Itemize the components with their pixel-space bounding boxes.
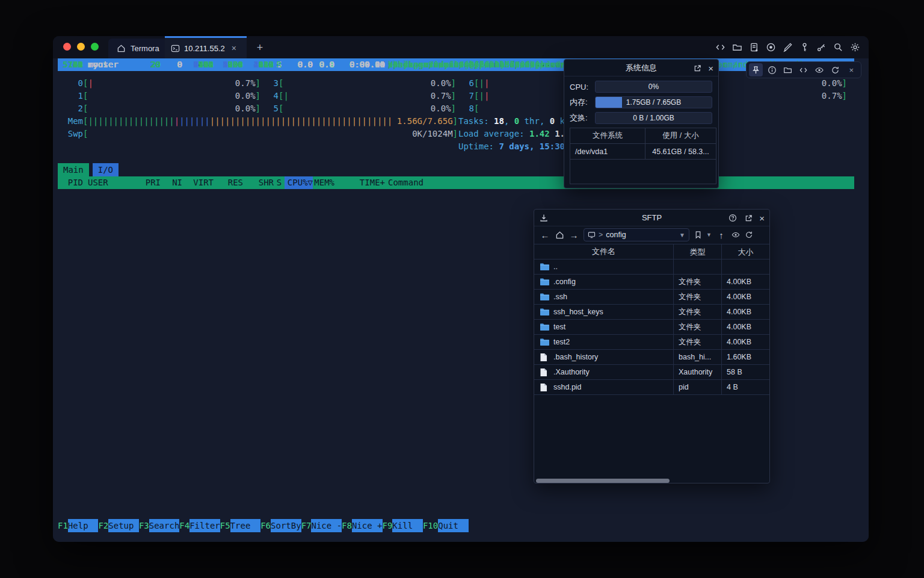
col-user[interactable]: USER: [88, 176, 130, 189]
function-key[interactable]: F10Quit: [423, 519, 469, 532]
col-time[interactable]: TIME+: [334, 176, 385, 189]
col-filename[interactable]: 文件名: [534, 246, 673, 257]
system-info-titlebar[interactable]: 系统信息 ×: [564, 60, 718, 76]
help-icon[interactable]: [728, 213, 738, 223]
path-breadcrumb[interactable]: > config ▼: [584, 228, 689, 241]
cpu-usage-row: CPU: 0%: [570, 81, 712, 93]
up-directory-icon[interactable]: ↑: [715, 230, 727, 240]
cpu-meter: 2[ 0.0%]: [58, 102, 260, 115]
file-row[interactable]: .ssh 文件夹 4.00KB: [534, 290, 769, 305]
htop-tab-io[interactable]: I/O: [93, 163, 119, 176]
close-icon[interactable]: ×: [845, 63, 858, 76]
function-key[interactable]: F4Filter: [179, 519, 220, 532]
function-key[interactable]: F7Nice -: [301, 519, 342, 532]
process-table-header[interactable]: PID USER PRI NI VIRT RES SHR S CPU%▽ MEM…: [58, 176, 854, 189]
file-row[interactable]: ssh_host_keys 文件夹 4.00KB: [534, 305, 769, 320]
code-snippets-icon[interactable]: [715, 42, 725, 52]
col-shr[interactable]: SHR: [243, 176, 274, 189]
col-virt[interactable]: VIRT: [182, 176, 214, 189]
gpu-monitor-icon[interactable]: [813, 63, 827, 76]
home-icon[interactable]: [555, 230, 564, 240]
file-name: test2: [553, 338, 570, 346]
memory-usage-text: 1.56G/7.65G: [397, 115, 453, 128]
file-size: 4.00KB: [721, 290, 769, 304]
active-tab-label: 10.211.55.2: [184, 44, 225, 53]
sftp-title: SFTP: [642, 213, 662, 222]
open-in-window-icon[interactable]: [692, 63, 702, 73]
filesystem-row[interactable]: /dev/vda1 45.61GB / 58.3...: [570, 144, 716, 160]
process-row[interactable]: 5745 myuser 20 0 2296 1728 1088 R 0.0 0.…: [58, 58, 854, 71]
new-tab-button[interactable]: +: [253, 40, 267, 55]
file-row[interactable]: test 文件夹 4.00KB: [534, 320, 769, 335]
settings-gear-icon[interactable]: [850, 42, 860, 52]
file-row[interactable]: .bash_history bash_hi... 1.60KB: [534, 350, 769, 365]
edit-icon[interactable]: [783, 42, 793, 52]
file-row[interactable]: test2 文件夹 4.00KB: [534, 335, 769, 350]
col-res[interactable]: RES: [214, 176, 243, 189]
close-panel-icon[interactable]: ×: [708, 63, 713, 73]
function-key[interactable]: F9Kill: [383, 519, 423, 532]
log-icon[interactable]: [749, 42, 759, 52]
home-icon: [117, 44, 126, 53]
minimize-window-button[interactable]: [77, 43, 85, 51]
col-pri[interactable]: PRI: [130, 176, 161, 189]
file-type: 文件夹: [673, 275, 721, 289]
col-filetype[interactable]: 类型: [673, 244, 721, 259]
sftp-table-header[interactable]: 文件名 类型 大小: [534, 244, 769, 259]
key-icon[interactable]: [799, 42, 810, 52]
close-window-button[interactable]: [63, 43, 71, 51]
open-in-window-icon[interactable]: [744, 213, 753, 223]
record-icon[interactable]: [766, 42, 776, 52]
file-name: .bash_history: [553, 353, 598, 361]
uptime: Uptime: 7 days, 15:30:25: [458, 140, 580, 153]
col-mem[interactable]: MEM%: [313, 176, 334, 189]
function-key[interactable]: F1Help: [58, 519, 98, 532]
col-filesize[interactable]: 大小: [721, 244, 769, 259]
swap-meter: Swp[ 0K/1024M]: [58, 128, 458, 140]
function-key[interactable]: F3Search: [139, 519, 179, 532]
download-icon[interactable]: [539, 213, 549, 223]
close-panel-icon[interactable]: ×: [759, 213, 765, 223]
forward-icon[interactable]: →: [568, 230, 580, 240]
fs-usage: 45.61GB / 58.3...: [645, 148, 716, 156]
folder-icon: [540, 278, 549, 286]
show-hidden-icon[interactable]: [731, 230, 741, 240]
chevron-down-icon[interactable]: ▼: [679, 232, 685, 238]
tab-close-icon[interactable]: ×: [232, 43, 236, 53]
col-state[interactable]: S: [274, 176, 285, 189]
col-pid[interactable]: PID: [58, 176, 83, 189]
breadcrumb-folder[interactable]: config: [606, 231, 626, 239]
function-key[interactable]: F5Tree: [220, 519, 260, 532]
bookmark-dropdown-icon[interactable]: ▼: [706, 232, 712, 238]
keychain-icon[interactable]: [816, 42, 827, 52]
horizontal-scrollbar[interactable]: [536, 479, 670, 483]
code-icon[interactable]: [796, 63, 810, 76]
col-cpu-sorted[interactable]: CPU%▽: [285, 176, 313, 189]
file-row[interactable]: sshd.pid pid 4 B: [534, 380, 769, 395]
back-icon[interactable]: ←: [539, 230, 551, 240]
zoom-window-button[interactable]: [91, 43, 99, 51]
file-icon: [540, 353, 549, 361]
function-key[interactable]: F6SortBy: [260, 519, 301, 532]
function-key-bar: F1Help F2Setup F3Search F4Filter F5Tree …: [58, 519, 469, 532]
refresh-icon[interactable]: [744, 230, 754, 240]
function-key[interactable]: F2Setup: [98, 519, 138, 532]
file-row[interactable]: ..: [534, 259, 769, 275]
folder-icon[interactable]: [732, 42, 742, 52]
file-row[interactable]: .config 文件夹 4.00KB: [534, 275, 769, 290]
col-ni[interactable]: NI: [161, 176, 182, 189]
function-key[interactable]: F8Nice +: [342, 519, 382, 532]
pin-icon[interactable]: [749, 63, 763, 76]
cpu-usage-bar: 0%: [595, 81, 712, 93]
search-icon[interactable]: [833, 42, 843, 52]
folder-icon[interactable]: [781, 63, 795, 76]
swap-usage-row: 交换: 0 B / 1.00GB: [570, 112, 712, 124]
bookmark-icon[interactable]: [693, 230, 703, 240]
refresh-icon[interactable]: [828, 63, 842, 76]
tab-ssh-session[interactable]: 10.211.55.2 ×: [165, 36, 247, 58]
info-icon[interactable]: [765, 63, 778, 76]
file-row[interactable]: .Xauthority Xauthority 58 B: [534, 365, 769, 380]
sftp-titlebar[interactable]: SFTP ×: [534, 210, 769, 226]
tab-home[interactable]: Termora: [108, 39, 168, 58]
htop-tab-main[interactable]: Main: [58, 163, 89, 176]
